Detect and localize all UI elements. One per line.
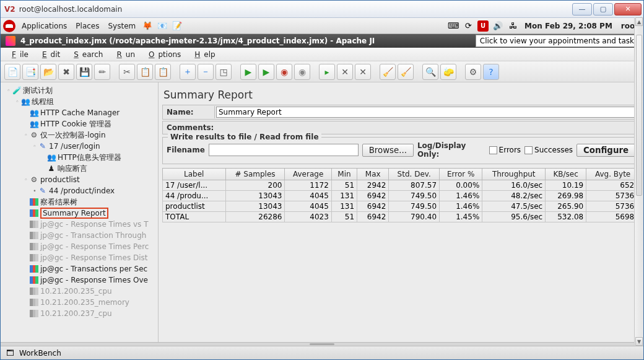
clock[interactable]: Mon Feb 29, 2:08 PM — [522, 22, 615, 30]
tree-235-mem[interactable]: 10.21.200.235_memory — [1, 297, 158, 308]
cut-button[interactable]: ✂ — [119, 64, 135, 80]
tree-productlist[interactable]: ◦⚙productlist — [1, 174, 158, 185]
panel-title: Summary Report — [162, 86, 640, 105]
col-error[interactable]: Error % — [440, 169, 482, 180]
tree-cookie-manager[interactable]: 👥HTTP Cookie 管理器 — [1, 118, 158, 130]
col-max[interactable]: Max — [357, 169, 389, 180]
new-button[interactable]: 📄 — [4, 64, 20, 80]
table-row[interactable]: TOTAL262864023516942790.401.45%95.6/sec5… — [163, 212, 640, 222]
menu-file[interactable]: FFileile — [4, 49, 32, 60]
search-tree-button[interactable]: 🔍 — [422, 64, 438, 80]
mail-icon[interactable]: 📧 — [157, 20, 168, 32]
tree-testplan[interactable]: ◦🧪测试计划 — [1, 85, 158, 96]
table-row[interactable]: 17 /user/l...2001172512942807.570.00%16.… — [163, 180, 640, 191]
tree-jpgc-trans-thr[interactable]: jp@gc - Transaction Through — [1, 230, 158, 241]
function-helper-button[interactable]: ⚙ — [465, 64, 481, 80]
start-notimers-button[interactable]: ▶ — [258, 64, 274, 80]
firefox-icon[interactable]: 🦊 — [142, 20, 153, 32]
tree-jpgc-rt-over[interactable]: jp@gc - Response Times Ove — [1, 274, 158, 286]
test-plan-tree[interactable]: ◦🧪测试计划 ◦👥线程组 👥HTTP Cache Manager 👥HTTP C… — [1, 82, 159, 342]
tree-summary-report[interactable]: Summary Report — [1, 208, 158, 219]
network-icon[interactable]: 🖧 — [507, 20, 518, 32]
save-as-button[interactable]: ✏ — [94, 64, 110, 80]
scroll-up-icon[interactable]: ▲ — [635, 17, 643, 26]
templates-button[interactable]: 📑 — [22, 64, 38, 80]
menu-options[interactable]: Options — [141, 49, 185, 60]
scroll-down-icon[interactable]: ▼ — [635, 337, 643, 346]
table-row[interactable]: 44 /produ...1304340451316942749.501.46%4… — [163, 191, 640, 201]
tree-235-cpu[interactable]: 10.21.200.235_cpu — [1, 286, 158, 297]
reset-search-button[interactable]: 🧽 — [440, 64, 456, 80]
col-min[interactable]: Min — [331, 169, 357, 180]
filename-input[interactable] — [209, 144, 359, 156]
tree-cache-manager[interactable]: 👥HTTP Cache Manager — [1, 107, 158, 118]
comments-label: Comments: — [163, 121, 639, 134]
browse-button[interactable]: Browse... — [362, 144, 414, 157]
table-row[interactable]: productlist1304340451316942749.501.46%47… — [163, 201, 640, 212]
start-button[interactable]: ▶ — [240, 64, 256, 80]
tree-jpgc-tps[interactable]: jp@gc - Transactions per Sec — [1, 263, 158, 274]
tree-assertion[interactable]: ♟响应断言 — [1, 163, 158, 174]
close-button[interactable]: ✕ — [614, 3, 642, 15]
tree-header-manager[interactable]: 👥HTTP信息头管理器 — [1, 152, 158, 163]
menu-help[interactable]: Help — [187, 49, 219, 60]
tree-jpgc-rt-vs-t[interactable]: jp@gc - Response Times vs T — [1, 219, 158, 230]
redhat-icon[interactable] — [3, 20, 15, 32]
copy-button[interactable]: 📋 — [137, 64, 153, 80]
tree-product-index[interactable]: •✎44 /product/index — [1, 185, 158, 196]
minimize-button[interactable]: — — [572, 3, 592, 15]
stop-button[interactable]: ◉ — [276, 64, 292, 80]
clear-all-button[interactable]: 🧹 — [398, 64, 414, 80]
workbench-task[interactable]: WorkBench — [19, 349, 61, 358]
tree-jpgc-rt-perc[interactable]: jp@gc - Response Times Perc — [1, 241, 158, 252]
keyboard-icon[interactable]: ⌨ — [448, 20, 459, 32]
maximize-button[interactable]: ▢ — [593, 3, 613, 15]
configure-button[interactable]: Configure — [577, 144, 635, 157]
notes-icon[interactable]: 📝 — [172, 20, 183, 32]
os-window-titlebar: V2 root@localhost.localdomain — ▢ ✕ — [1, 1, 643, 18]
collapse-button[interactable]: － — [198, 64, 214, 80]
update-red-icon[interactable]: U — [477, 20, 489, 32]
clear-button[interactable]: 🧹 — [380, 64, 396, 80]
applications-menu[interactable]: Applications — [19, 22, 69, 30]
col-throughput[interactable]: Throughput — [482, 169, 546, 180]
menu-run[interactable]: Run — [109, 49, 139, 60]
tree-view-results[interactable]: 察看结果树 — [1, 196, 158, 208]
close-test-button[interactable]: ✖ — [58, 64, 74, 80]
tree-threadgroup[interactable]: ◦👥线程组 — [1, 96, 158, 107]
col-stddev[interactable]: Std. Dev. — [389, 169, 440, 180]
tree-237-cpu[interactable]: 10.21.200.237_cpu — [1, 308, 158, 319]
menu-edit[interactable]: Edit — [35, 49, 64, 60]
col-samples[interactable]: # Samples — [225, 169, 285, 180]
shutdown-button[interactable]: ◉ — [294, 64, 310, 80]
open-button[interactable]: 📂 — [40, 64, 56, 80]
system-menu[interactable]: System — [105, 22, 138, 30]
name-input[interactable] — [216, 107, 638, 118]
col-kbsec[interactable]: KB/sec — [546, 169, 586, 180]
places-menu[interactable]: Places — [73, 22, 102, 30]
paste-button[interactable]: 📋 — [155, 64, 171, 80]
refresh-icon[interactable]: ⟳ — [463, 20, 474, 32]
tree-once-controller[interactable]: ◦⚙仅一次控制器-login — [1, 130, 158, 141]
col-avgbytes[interactable]: Avg. Byte — [586, 169, 640, 180]
show-desktop-icon[interactable]: 🗔 — [4, 348, 15, 359]
remote-start-button[interactable]: ▸ — [319, 64, 335, 80]
toggle-button[interactable]: ◳ — [215, 64, 232, 80]
successes-checkbox[interactable]: Successes — [524, 146, 573, 154]
col-label[interactable]: Label — [163, 169, 226, 180]
volume-icon[interactable]: 🔊 — [492, 20, 503, 32]
tree-jpgc-rt-dist[interactable]: jp@gc - Response Times Dist — [1, 252, 158, 263]
summary-table[interactable]: Label # Samples Average Min Max Std. Dev… — [162, 168, 640, 222]
tree-user-login[interactable]: ◦✎17 /user/login — [1, 141, 158, 152]
errors-checkbox[interactable]: Errors — [489, 146, 521, 154]
col-average[interactable]: Average — [285, 169, 331, 180]
calendar-notification[interactable]: Click to view your appointments and task — [476, 35, 638, 47]
menu-search[interactable]: Search — [66, 49, 107, 60]
remote-stop-button[interactable]: ✕ — [337, 64, 353, 80]
save-button[interactable]: 💾 — [76, 64, 92, 80]
remote-shutdown-button[interactable]: ✕ — [355, 64, 371, 80]
expand-button[interactable]: ＋ — [180, 64, 196, 80]
window-scrollbar[interactable]: ▲ ▼ — [634, 17, 643, 346]
help-button[interactable]: ? — [483, 64, 499, 80]
scroll-thumb[interactable] — [636, 35, 642, 196]
